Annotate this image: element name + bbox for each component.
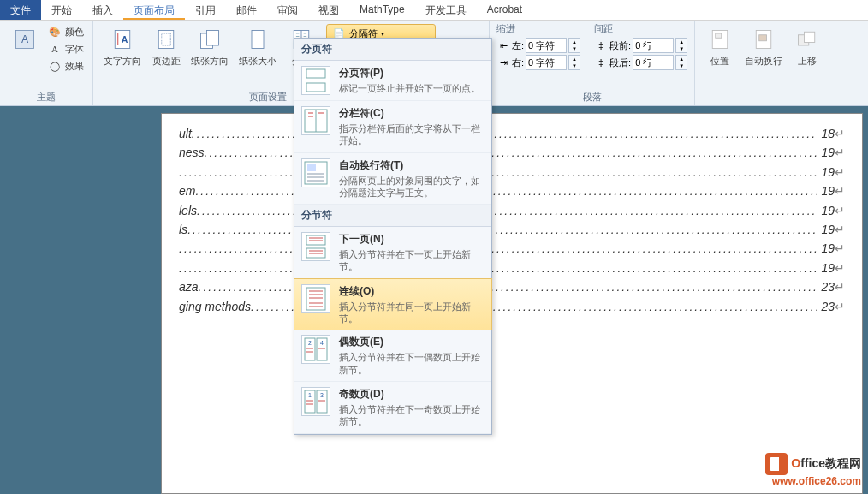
indent-left-icon: ⇤ (496, 39, 510, 52)
group-arrange: 位置 自动换行 上移 (695, 21, 832, 105)
even-page-break-item[interactable]: 24 偶数页(E)插入分节符并在下一偶数页上开始新节。 (294, 330, 491, 382)
toc-line: lels....................................… (179, 201, 845, 220)
tab-developer[interactable]: 开发工具 (415, 0, 477, 20)
tab-home[interactable]: 开始 (41, 0, 82, 20)
continuous-break-item[interactable]: 连续(O)插入分节符并在同一页上开始新节。 (294, 278, 492, 331)
spacing-before-icon: ‡ (594, 39, 608, 52)
indent-left-spinner[interactable]: ▲▼ (568, 38, 580, 53)
tab-view[interactable]: 视图 (308, 0, 349, 20)
chevron-down-icon: ▾ (381, 30, 384, 38)
bring-forward-icon (794, 26, 821, 53)
toc-line: ........................................… (179, 163, 845, 182)
svg-rect-22 (716, 33, 722, 38)
svg-rect-8 (207, 31, 219, 46)
group-theme-label: 主题 (7, 89, 86, 104)
group-theme: A 主题 🎨颜色 A字体 ◯效果 主题 (0, 21, 93, 105)
spacing-after-icon: ‡ (594, 56, 608, 69)
indent-right-input[interactable] (526, 55, 567, 70)
document-page[interactable]: ult.....................................… (161, 113, 863, 494)
theme-fonts[interactable]: A字体 (46, 41, 86, 57)
toc-line: em......................................… (179, 182, 845, 200)
tab-review[interactable]: 审阅 (267, 0, 308, 20)
indent-header: 缩进 (496, 22, 515, 35)
page-break-icon (301, 66, 330, 95)
toc-line: ls......................................… (179, 220, 845, 239)
odd-page-break-item[interactable]: 13 奇数页(D)插入分节符并在下一奇数页上开始新节。 (294, 382, 491, 434)
svg-text:3: 3 (320, 392, 324, 398)
svg-rect-28 (306, 83, 325, 92)
text-wrapping-break-item[interactable]: 自动换行符(T)分隔网页上的对象周围的文字，如分隔题注文字与正文。 (294, 153, 491, 205)
text-wrapping-icon (301, 158, 330, 187)
position-icon (706, 26, 734, 53)
wrap-text-icon (750, 26, 777, 53)
svg-rect-24 (759, 35, 767, 41)
next-page-break-item[interactable]: 下一页(N)插入分节符并在下一页上开始新节。 (294, 227, 491, 279)
next-page-icon (301, 232, 330, 261)
colors-icon: 🎨 (48, 25, 62, 39)
svg-text:4: 4 (320, 340, 324, 346)
svg-rect-26 (805, 32, 815, 42)
margins-icon (152, 26, 180, 53)
watermark: Office教程网 www.office26.com (765, 453, 861, 487)
tab-mailings[interactable]: 邮件 (226, 0, 267, 20)
toc-line: ness....................................… (179, 143, 845, 162)
spacing-after-spinner[interactable]: ▲▼ (675, 55, 687, 70)
spacing-after-input[interactable] (633, 55, 674, 70)
tab-references[interactable]: 引用 (185, 0, 226, 20)
even-page-icon: 24 (301, 335, 330, 364)
toc-line: ........................................… (179, 259, 845, 277)
text-direction-icon: A (109, 26, 136, 53)
breaks-dropdown: 分页符 分页符(P)标记一页终止并开始下一页的点。 分栏符(C)指示分栏符后面的… (294, 38, 492, 435)
wrap-text-button[interactable]: 自动换行 (741, 24, 786, 69)
size-button[interactable]: 纸张大小 (235, 24, 280, 69)
orientation-button[interactable]: 纸张方向 (187, 24, 232, 69)
margins-button[interactable]: 页边距 (148, 24, 184, 69)
tab-file[interactable]: 文件 (0, 0, 41, 20)
bring-forward-button[interactable]: 上移 (789, 24, 825, 69)
ribbon-tabs: 文件 开始 插入 页面布局 引用 邮件 审阅 视图 MathType 开发工具 … (0, 0, 868, 21)
group-paragraph-label: 段落 (496, 89, 687, 104)
tab-insert[interactable]: 插入 (82, 0, 123, 20)
page-break-item[interactable]: 分页符(P)标记一页终止并开始下一页的点。 (294, 61, 491, 101)
svg-text:A: A (122, 34, 128, 45)
theme-effects[interactable]: ◯效果 (46, 58, 86, 74)
column-break-item[interactable]: 分栏符(C)指示分栏符后面的文字将从下一栏开始。 (294, 101, 491, 153)
svg-text:A: A (21, 33, 29, 45)
svg-rect-32 (307, 164, 316, 171)
size-icon (244, 26, 271, 53)
tab-acrobat[interactable]: Acrobat (477, 0, 532, 20)
group-paragraph: 缩进 ⇤ 左: ▲▼ ⇥ 右: ▲▼ 间距 ‡ 段前: (490, 21, 695, 105)
odd-page-icon: 13 (301, 387, 330, 416)
position-button[interactable]: 位置 (702, 24, 738, 69)
svg-rect-27 (306, 69, 325, 78)
continuous-icon (301, 284, 330, 313)
theme-colors[interactable]: 🎨颜色 (46, 24, 86, 39)
orientation-icon (196, 26, 223, 53)
page-breaks-header: 分页符 (294, 39, 491, 61)
svg-rect-9 (252, 31, 264, 49)
themes-button[interactable]: A 主题 (7, 24, 43, 69)
svg-text:2: 2 (308, 340, 312, 346)
toc-line: ........................................… (179, 239, 845, 258)
watermark-logo-icon (765, 453, 788, 475)
tab-mathtype[interactable]: MathType (349, 0, 415, 20)
spacing-before-input[interactable] (633, 38, 674, 53)
section-breaks-header: 分节符 (294, 205, 491, 227)
themes-icon: A (11, 26, 39, 53)
indent-right-icon: ⇥ (496, 56, 510, 69)
svg-text:1: 1 (308, 392, 312, 398)
fonts-icon: A (48, 42, 62, 56)
indent-left-input[interactable] (526, 38, 567, 53)
spacing-header: 间距 (594, 22, 613, 35)
effects-icon: ◯ (48, 59, 62, 73)
text-direction-button[interactable]: A 文字方向 (100, 24, 145, 69)
toc-line: ult.....................................… (179, 124, 845, 143)
toc-line: ging methods............................… (179, 297, 845, 316)
tab-layout[interactable]: 页面布局 (123, 0, 185, 20)
indent-right-spinner[interactable]: ▲▼ (568, 55, 580, 70)
spacing-before-spinner[interactable]: ▲▼ (675, 38, 687, 53)
column-break-icon (301, 106, 330, 135)
toc-line: aza.....................................… (179, 277, 845, 296)
